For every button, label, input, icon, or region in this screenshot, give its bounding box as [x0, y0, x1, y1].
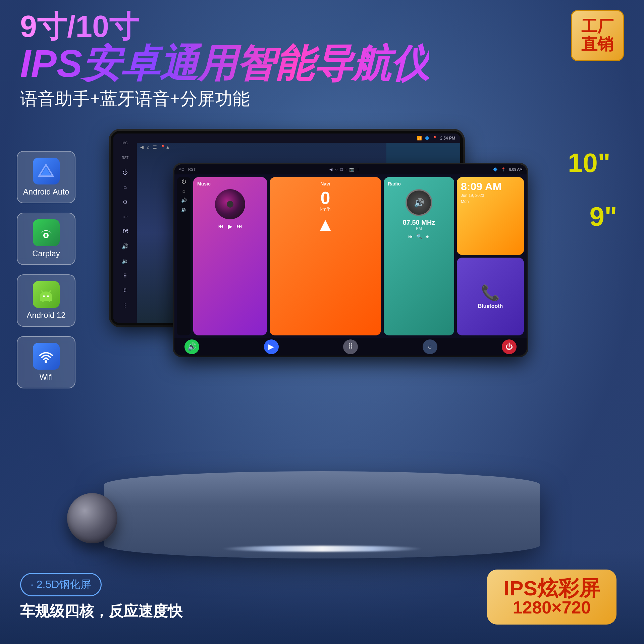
sidebar-podcast[interactable]: 🎙 — [117, 284, 133, 297]
nav-back-icon: ◀ — [140, 145, 144, 150]
ips-main-text: IPS炫彩屏 — [504, 578, 600, 599]
nine-inch-label: 9" — [590, 201, 617, 232]
play-btn[interactable]: ▶ — [228, 223, 232, 230]
platform-cylinder-container — [104, 471, 540, 558]
bottom-circle-btn[interactable]: ○ — [423, 339, 437, 354]
radio-search[interactable]: 🔍 — [416, 234, 422, 239]
screen-10-time: 2:54 PM — [440, 136, 455, 141]
s9-mc: MC — [178, 167, 184, 171]
sidebar-power[interactable]: ⏻ — [117, 166, 133, 178]
bottom-power-btn[interactable]: ⏻ — [502, 339, 517, 354]
prev-btn[interactable]: ⏮ — [218, 223, 224, 230]
s9-side-power[interactable]: ⏻ — [181, 179, 186, 184]
music-disc — [215, 189, 245, 219]
svg-point-12 — [45, 360, 47, 363]
clock-date1: Jun 19, 2023 — [461, 193, 520, 198]
s9-bt: 🔷 — [493, 167, 498, 172]
sidebar-mc: MC — [117, 137, 133, 149]
radio-prev[interactable]: ⏮ — [408, 234, 413, 239]
s9-cam: 📷 — [349, 167, 354, 172]
s9-back: ◀ — [329, 167, 332, 172]
screen-9-bottom-bar: 🔊 ▶ ⠿ ○ ⏻ — [174, 338, 527, 356]
screen-9inch: MC RST ◀ ○ □ · 📷 ↑ 🔷 📍 8:09 AM — [174, 164, 527, 356]
phone-icon: 📞 — [481, 284, 500, 302]
svg-rect-6 — [42, 300, 44, 302]
wifi-label: Wifi — [21, 372, 71, 382]
feature-wifi: Wifi — [17, 336, 75, 388]
screen-9-status-right: 🔷 📍 8:09 AM — [493, 167, 523, 172]
bottom-grid-btn[interactable]: ⠿ — [343, 339, 358, 354]
sidebar-home[interactable]: ⌂ — [117, 181, 133, 193]
svg-point-9 — [47, 295, 49, 297]
navi-speed: 0 — [321, 189, 330, 207]
factory-badge-line2: 直销 — [581, 36, 613, 53]
android12-label: Android 12 — [21, 311, 71, 320]
carplay-icon — [33, 219, 60, 246]
screen-10-sidebar: MC RST ⏻ ⌂ ⚙ ↩ 🗺 🔊 🔉 ⠿ 🎙 ⋮ — [113, 133, 137, 323]
navi-arrow: ▲ — [316, 214, 334, 235]
nav-home-icon: ⌂ — [147, 145, 150, 150]
svg-rect-7 — [49, 300, 50, 302]
widget-bluetooth: 📞 Bluetooth — [457, 258, 524, 335]
sidebar-dots[interactable]: ⋮ — [117, 299, 133, 311]
s9-dot: · — [345, 167, 346, 172]
sidebar-settings[interactable]: ⚙ — [117, 196, 133, 208]
svg-line-10 — [42, 291, 43, 293]
screen-9-main: ⏻ ⌂ 🔊 🔉 Music ⏮ ▶ ⏭ — [174, 174, 527, 338]
factory-badge-line1: 工厂 — [581, 18, 613, 36]
main-title: IPS安卓通用智能导航仪 — [20, 43, 429, 84]
sidebar-vol-up[interactable]: 🔊 — [117, 240, 133, 252]
screen-10-bt-icon: 🔷 — [425, 136, 430, 141]
widget-right-col: 8:09 AM Jun 19, 2023 Mon 📞 Bluetooth — [457, 177, 524, 335]
s9-circle: ○ — [335, 167, 337, 172]
bottom-right-section: IPS炫彩屏 1280×720 — [460, 559, 644, 635]
widget-radio: Radio 🔊 87.50 MHz FM ⏮ 🔍 ⏭ — [384, 177, 454, 335]
android12-icon — [33, 281, 60, 308]
widget-navi: Navi 0 km/h ▲ — [270, 177, 381, 335]
svg-rect-5 — [40, 296, 52, 301]
nav-icons: 📍▲ — [160, 145, 170, 150]
s9-side-vol2[interactable]: 🔉 — [181, 207, 187, 212]
android-auto-icon — [33, 158, 60, 184]
bottom-left-section: · 2.5D钢化屏 车规级四核，反应速度快 — [0, 559, 460, 635]
clock-date2: Mon — [461, 199, 520, 204]
feature-carplay: Carplay — [17, 213, 75, 265]
screen-10-location-icon: 📍 — [432, 136, 437, 141]
next-btn[interactable]: ⏭ — [236, 223, 243, 230]
navi-widget-label: Navi — [320, 181, 330, 186]
radio-band: FM — [388, 226, 450, 231]
wifi-icon — [33, 343, 60, 370]
ips-sub-text: 1280×720 — [504, 599, 600, 616]
s9-square: □ — [340, 167, 343, 172]
s9-side-home[interactable]: ⌂ — [182, 188, 185, 194]
ten-inch-label: 10" — [568, 148, 610, 178]
radio-widget-label: Radio — [388, 181, 450, 186]
bottom-play-btn[interactable]: ▶ — [264, 339, 279, 354]
radio-next[interactable]: ⏭ — [425, 234, 430, 239]
sidebar-apps[interactable]: ⠿ — [117, 270, 133, 282]
s9-side-vol1[interactable]: 🔊 — [181, 198, 187, 203]
widget-music: Music ⏮ ▶ ⏭ — [193, 177, 267, 335]
s9-nav-icons: ◀ ○ □ · 📷 ↑ — [329, 167, 359, 172]
sidebar-vol-dn[interactable]: 🔉 — [117, 255, 133, 267]
bottom-specs-text: 车规级四核，反应速度快 — [20, 601, 439, 621]
feature-icons-list: Android Auto Carplay — [17, 151, 75, 388]
carplay-label: Carplay — [21, 249, 71, 258]
bottom-sound-btn[interactable]: 🔊 — [184, 339, 199, 354]
android-auto-label: Android Auto — [21, 187, 71, 197]
s9-time: 8:09 AM — [509, 167, 523, 171]
bottom-info-bar: · 2.5D钢化屏 车规级四核，反应速度快 IPS炫彩屏 1280×720 — [0, 550, 644, 644]
svg-point-3 — [45, 234, 47, 237]
widget-clock: 8:09 AM Jun 19, 2023 Mon — [457, 177, 524, 255]
screen-9-status-bar: MC RST ◀ ○ □ · 📷 ↑ 🔷 📍 8:09 AM — [174, 164, 527, 174]
screen-9-display: MC RST ◀ ○ □ · 📷 ↑ 🔷 📍 8:09 AM — [174, 164, 527, 356]
music-widget-label: Music — [197, 181, 263, 186]
sidebar-back[interactable]: ↩ — [117, 211, 133, 223]
sidebar-map[interactable]: 🗺 — [117, 225, 133, 237]
sidebar-rst: RST — [117, 152, 133, 164]
svg-point-8 — [43, 295, 45, 297]
radio-controls: ⏮ 🔍 ⏭ — [388, 234, 450, 239]
radio-freq: 87.50 MHz — [388, 219, 450, 226]
svg-line-11 — [49, 291, 51, 293]
ips-badge: IPS炫彩屏 1280×720 — [487, 570, 616, 625]
